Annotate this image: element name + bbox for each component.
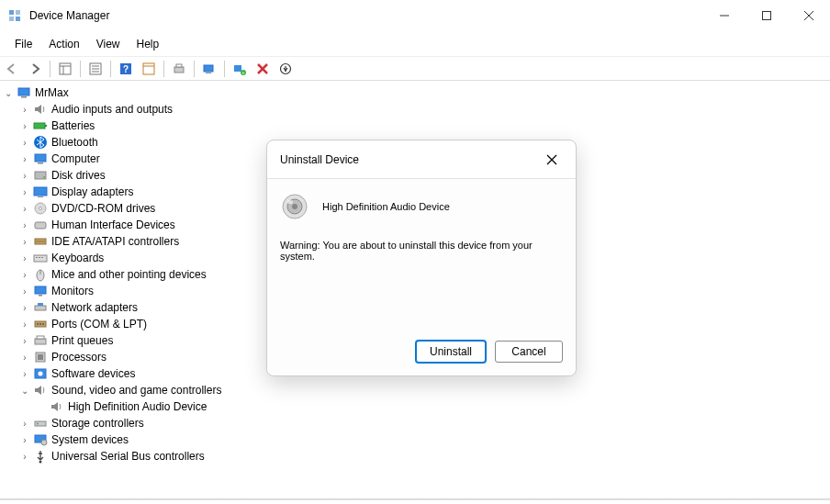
dialog-close-button[interactable] (541, 149, 563, 171)
window-bottom-border (0, 498, 830, 500)
speaker-icon (280, 192, 309, 221)
svg-point-75 (287, 200, 293, 204)
dialog-body: High Definition Audio Device Warning: Yo… (267, 179, 576, 341)
svg-point-74 (292, 204, 297, 209)
dialog-title-text: Uninstall Device (280, 153, 359, 166)
cancel-button[interactable]: Cancel (495, 341, 563, 363)
uninstall-dialog: Uninstall Device High Definition Audio D… (266, 140, 577, 376)
dialog-button-row: Uninstall Cancel (267, 341, 576, 375)
dialog-device-name: High Definition Audio Device (322, 201, 450, 212)
dialog-titlebar: Uninstall Device (267, 140, 576, 179)
dialog-warning-text: Warning: You are about to uninstall this… (280, 240, 563, 262)
dialog-backdrop: Uninstall Device High Definition Audio D… (0, 0, 830, 504)
uninstall-button[interactable]: Uninstall (416, 341, 486, 363)
